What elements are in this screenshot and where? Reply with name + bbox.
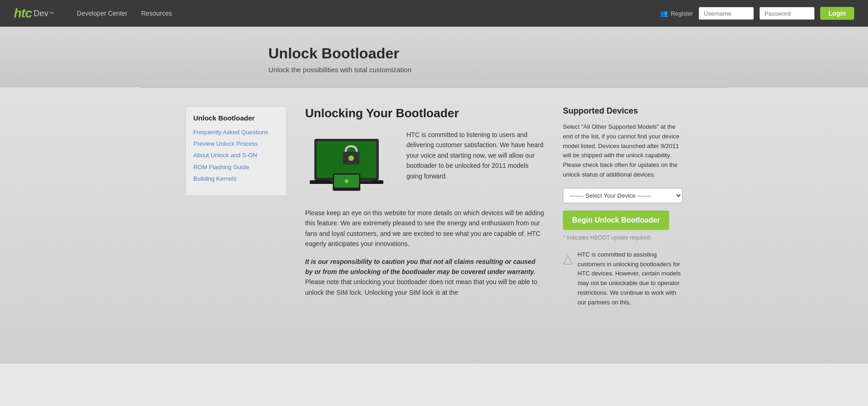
register-icon: 👥 <box>660 10 668 17</box>
sidebar-kernels[interactable]: Building Kernels <box>193 175 279 183</box>
svg-point-3 <box>348 155 354 161</box>
article: Unlocking Your Bootloader <box>305 106 544 297</box>
hero-section: Unlock Bootloader Unlock the possibiliti… <box>0 27 868 87</box>
article-intro: HTC is committed to listening to users a… <box>406 130 544 199</box>
register-link[interactable]: Register <box>671 10 693 17</box>
device-select[interactable]: ------- Select Your Device ------- <box>563 188 683 203</box>
logo: htc Dev ™ <box>14 6 54 21</box>
username-input[interactable] <box>699 7 754 20</box>
sidebar-about[interactable]: About Unlock and S-ON <box>193 151 279 160</box>
hboot-note: * Indicates HBOOT update required. <box>563 234 683 241</box>
article-title: Unlocking Your Bootloader <box>305 106 544 120</box>
header-right: 👥 Register Login <box>660 7 854 20</box>
sidebar-faq[interactable]: Frequently Asked Questions <box>193 128 279 137</box>
main-content: Unlock Bootloader Frequently Asked Quest… <box>0 88 868 364</box>
login-button[interactable]: Login <box>820 7 854 20</box>
supported-devices-title: Supported Devices <box>563 106 683 116</box>
password-input[interactable] <box>759 7 815 20</box>
supported-devices-text: Select "All Other Supported Models" at t… <box>563 122 683 180</box>
article-body-text: Please keep an eye on this website for m… <box>305 208 544 249</box>
sidebar: Unlock Bootloader Frequently Asked Quest… <box>185 106 287 196</box>
sidebar-rom[interactable]: ROM Flashing Guide <box>193 163 279 172</box>
right-panel: Supported Devices Select "All Other Supp… <box>563 106 683 308</box>
logo-htc-text: htc <box>14 6 32 21</box>
logo-dev-text: Dev <box>34 9 48 18</box>
warning-box: △ HTC is committed to assisting customer… <box>563 250 683 308</box>
warning-triangle-icon: △ <box>563 251 573 266</box>
article-warning: It is our responsibility to caution you … <box>305 257 544 298</box>
sidebar-preview[interactable]: Preview Unlock Process <box>193 140 279 148</box>
article-warning-bold: It is our responsibility to caution you … <box>305 258 535 275</box>
page-subtitle: Unlock the possibilities with total cust… <box>268 66 600 74</box>
page-title: Unlock Bootloader <box>268 45 600 62</box>
unlock-bootloader-button[interactable]: Begin Unlock Bootloader <box>563 211 669 230</box>
warning-box-text: HTC is committed to assisting customers … <box>578 250 683 308</box>
header: htc Dev ™ Developer Center Resources 👥 R… <box>0 0 868 27</box>
svg-point-8 <box>345 179 348 183</box>
nav-developer-center[interactable]: Developer Center <box>77 10 127 17</box>
main-nav: Developer Center Resources <box>77 10 646 17</box>
sidebar-title: Unlock Bootloader <box>193 114 279 122</box>
device-image <box>305 130 397 199</box>
article-warning-normal: Please note that unlocking your bootload… <box>305 278 537 296</box>
nav-resources[interactable]: Resources <box>141 10 172 17</box>
logo-tm-text: ™ <box>49 11 54 16</box>
register-area: 👥 Register <box>660 10 693 17</box>
